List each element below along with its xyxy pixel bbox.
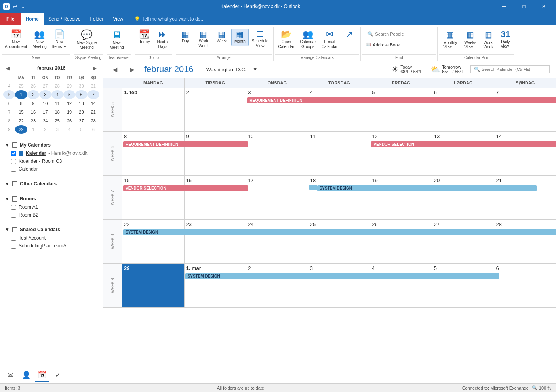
mini-cal-day[interactable]: 3: [39, 90, 51, 99]
work-week-btn[interactable]: ▦ WorkWeek: [195, 29, 212, 50]
rooms-header[interactable]: ▼ Rooms: [5, 194, 98, 203]
cal-day-feb9[interactable]: 9: [184, 132, 246, 175]
cal-day-feb10[interactable]: 10: [246, 132, 308, 175]
my-calendars-header[interactable]: ▼ My Calendars: [5, 141, 98, 149]
mini-cal-day[interactable]: 21: [88, 108, 99, 116]
work-week-view-btn[interactable]: ▦ WorkWeek: [480, 29, 497, 51]
calendar-checkbox-calendar[interactable]: [11, 167, 16, 172]
search-people-input[interactable]: [375, 32, 430, 36]
mini-cal-day[interactable]: 28: [51, 82, 63, 90]
email-calendar-btn[interactable]: ✉ E-mailCalendar: [319, 29, 340, 51]
mini-cal-day[interactable]: 17: [39, 108, 51, 116]
weeks-view-btn[interactable]: ▦ WeeksView: [461, 29, 479, 51]
mini-cal-day[interactable]: 31: [88, 82, 99, 90]
mini-cal-next[interactable]: ▶: [90, 64, 99, 72]
cal-day-mar5[interactable]: 5: [432, 264, 494, 307]
mini-cal-day[interactable]: 24: [39, 116, 51, 125]
cal-day-feb16[interactable]: 16: [184, 176, 246, 219]
teamviewer-btn[interactable]: 🖥 NewMeeting: [107, 29, 126, 51]
cal-day-feb6[interactable]: 6: [432, 88, 494, 131]
mini-cal-day[interactable]: 13: [75, 99, 87, 108]
mini-cal-day[interactable]: 27: [75, 116, 87, 125]
address-book-btn[interactable]: 📖 Address Book: [363, 41, 402, 48]
mini-cal-day[interactable]: 6: [75, 90, 87, 99]
maximize-btn[interactable]: □: [515, 0, 533, 13]
calendar-groups-btn[interactable]: 👥 CalendarGroups: [297, 29, 318, 51]
week-view-btn[interactable]: ▦ Week: [213, 29, 230, 45]
mini-cal-day[interactable]: 1: [27, 125, 39, 134]
mini-cal-day[interactable]: 9: [27, 99, 39, 108]
shared-calendars-header[interactable]: ▼ Shared Calendars: [5, 225, 98, 234]
event-sys-design-3[interactable]: SYSTEM DESIGN: [185, 273, 500, 279]
mini-cal-day[interactable]: 5: [75, 125, 87, 134]
cal-day-feb19[interactable]: 19: [370, 176, 432, 219]
mini-cal-day[interactable]: 18: [51, 108, 63, 116]
mini-cal-day[interactable]: 26: [27, 82, 39, 90]
mini-cal-day[interactable]: 5: [63, 90, 75, 99]
mini-cal-day[interactable]: 3: [51, 125, 63, 134]
mini-cal-day[interactable]: 28: [88, 116, 99, 125]
cal-day-mar2[interactable]: 2: [246, 264, 308, 307]
cal-day-feb1[interactable]: 1. feb: [122, 88, 184, 131]
zoom-out-btn[interactable]: 🔍: [532, 385, 537, 390]
cal-day-feb12[interactable]: 12 VENDOR SELECTION: [370, 132, 432, 175]
mini-cal-day[interactable]: 19: [63, 108, 75, 116]
mini-cal-day[interactable]: 8: [15, 99, 27, 108]
schedule-view-btn[interactable]: ☰ ScheduleView: [249, 29, 271, 50]
mini-cal-day[interactable]: 6: [88, 125, 99, 134]
calendar-checkbox-kalender[interactable]: [11, 151, 16, 156]
cal-day-feb4[interactable]: 4: [308, 88, 370, 131]
room-item-b2[interactable]: Room B2: [5, 211, 98, 219]
mini-cal-day[interactable]: 26: [63, 116, 75, 125]
mini-cal-day-today[interactable]: 29: [15, 125, 27, 134]
day-view-btn[interactable]: ▦ Day: [177, 29, 194, 45]
search-people-box[interactable]: 🔍: [365, 30, 433, 38]
mini-cal-prev[interactable]: ◀: [3, 64, 12, 72]
cal-day-feb17[interactable]: 17: [246, 176, 308, 219]
today-btn[interactable]: 📆 Today: [136, 29, 153, 46]
cal-day-feb7[interactable]: 7: [494, 88, 556, 131]
mini-cal-day[interactable]: 11: [51, 99, 63, 108]
mini-cal-day[interactable]: 4: [51, 90, 63, 99]
event-sys-design-1[interactable]: SYSTEM DESIGN: [317, 185, 537, 191]
zoom-control[interactable]: 🔍 100 %: [532, 385, 551, 390]
mini-cal-day[interactable]: 7: [88, 90, 99, 99]
cal-day-feb2[interactable]: 2: [184, 88, 246, 131]
cal-day-feb15[interactable]: 15 VENDOR SELECTION: [122, 176, 184, 219]
room-checkbox-b2[interactable]: [11, 213, 16, 218]
mini-cal-day[interactable]: 1: [15, 90, 27, 99]
cal-day-feb20[interactable]: 20: [432, 176, 494, 219]
new-items-btn[interactable]: 📄 NewItems ▼: [50, 29, 69, 51]
cal-day-mar4[interactable]: 4: [370, 264, 432, 307]
event-req-def-1[interactable]: REQUIREMENT DEFINITION: [247, 97, 556, 103]
mini-cal-day[interactable]: 2: [27, 90, 39, 99]
mini-cal-day[interactable]: 16: [27, 108, 39, 116]
cal-day-mar6[interactable]: 6: [494, 264, 556, 307]
cal-day-feb23[interactable]: 23: [184, 220, 246, 263]
cal-day-feb22[interactable]: 22 SYSTEM DESIGN: [122, 220, 184, 263]
nav-calendar-btn[interactable]: 📅: [35, 368, 49, 382]
mini-cal-day[interactable]: 14: [88, 99, 99, 108]
menu-folder[interactable]: Folder: [85, 13, 108, 25]
mini-cal-day[interactable]: 25: [15, 82, 27, 90]
nav-mail-btn[interactable]: ✉: [3, 368, 17, 382]
mini-cal-day[interactable]: 22: [15, 116, 27, 125]
mini-cal-day[interactable]: 15: [15, 108, 27, 116]
mini-cal-day[interactable]: 25: [51, 116, 63, 125]
cal-day-feb26[interactable]: 26: [370, 220, 432, 263]
mini-cal-day[interactable]: 23: [27, 116, 39, 125]
cal-day-feb27[interactable]: 27: [432, 220, 494, 263]
mini-cal-day[interactable]: 27: [39, 82, 51, 90]
cal-day-feb14[interactable]: 14: [494, 132, 556, 175]
mini-cal-day[interactable]: 10: [39, 99, 51, 108]
cal-day-feb11[interactable]: 11: [308, 132, 370, 175]
cal-day-feb8[interactable]: 8 REQUIREMENT DEFINITION: [122, 132, 184, 175]
cal-day-feb25[interactable]: 25: [308, 220, 370, 263]
shared-checkbox-test[interactable]: [11, 236, 16, 241]
cal-day-feb28[interactable]: 28: [494, 220, 556, 263]
calendar-item-kalender[interactable]: Kalender - Henrik@novix.dk: [5, 149, 98, 157]
cal-day-mar1[interactable]: 1. mar SYSTEM DESIGN: [184, 264, 246, 307]
cal-day-feb29[interactable]: 29: [122, 264, 184, 307]
cal-prev-btn[interactable]: ◀: [109, 65, 120, 74]
cal-day-feb21[interactable]: 21: [494, 176, 556, 219]
